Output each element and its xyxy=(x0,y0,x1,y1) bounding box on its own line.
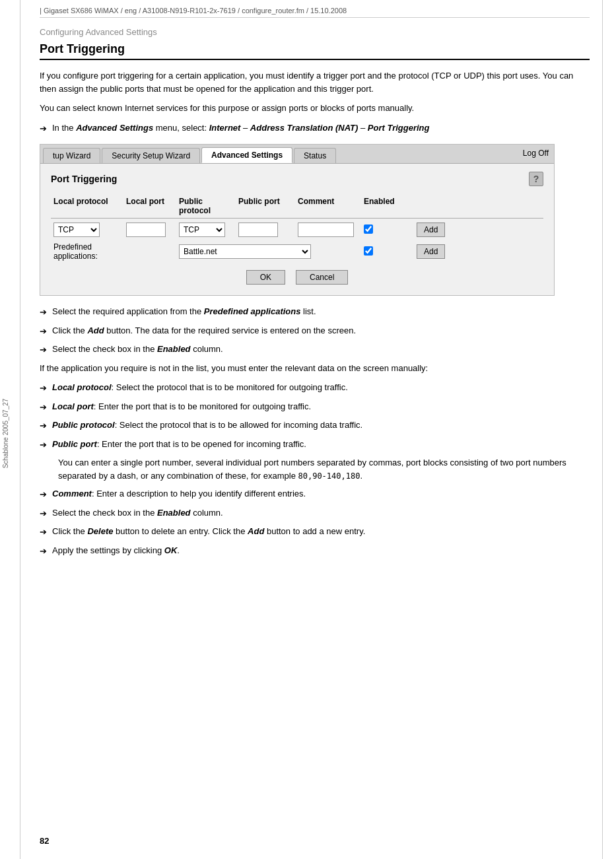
local-port-input[interactable] xyxy=(126,223,166,237)
predefined-add-cell: Add xyxy=(414,244,460,259)
top-bar: | Gigaset SX686 WiMAX / eng / A31008-N91… xyxy=(40,7,590,18)
manual-bullets: ➔ Local protocol: Select the protocol th… xyxy=(40,381,590,451)
tab-advanced-settings[interactable]: Advanced Settings xyxy=(201,147,292,163)
public-protocol-select[interactable]: TCP UDP xyxy=(179,223,225,237)
local-port-cell xyxy=(123,223,176,237)
add-btn-cell: Add xyxy=(414,223,460,237)
bullet-text-predefined: Select the required application from the… xyxy=(52,305,316,318)
col-header-local-protocol: Local protocol xyxy=(51,197,123,215)
tab-status[interactable]: Status xyxy=(294,148,336,163)
body-paragraph-1: If you configure port triggering for a c… xyxy=(40,69,590,95)
public-port-cell xyxy=(236,223,295,237)
ui-panel-header: Port Triggering ? xyxy=(51,172,543,186)
bullet-predefined-apps: ➔ Select the required application from t… xyxy=(40,305,590,319)
col-header-action xyxy=(414,197,460,215)
indent-paragraph: You can enter a single port number, seve… xyxy=(58,456,590,482)
page-heading: Port Triggering xyxy=(40,42,590,60)
public-protocol-cell: TCP UDP xyxy=(176,223,236,237)
public-port-input[interactable] xyxy=(238,223,278,237)
arrow-icon-6: ➔ xyxy=(40,401,47,414)
ok-cancel-row: OK Cancel xyxy=(51,270,543,285)
add-button-predefined[interactable]: Add xyxy=(417,244,445,259)
bullet-text-add: Click the Add button. The data for the r… xyxy=(52,324,356,337)
arrow-icon-8: ➔ xyxy=(40,438,47,452)
arrow-icon-2: ➔ xyxy=(40,306,47,319)
enabled-cell xyxy=(361,224,414,236)
col-header-public-port: Public port xyxy=(236,197,295,215)
bullet-public-port: ➔ Public port: Enter the port that is to… xyxy=(40,438,590,452)
bullet-text-local-protocol: Local protocol: Select the protocol that… xyxy=(52,381,348,394)
table-header-row: Local protocol Local port Public protoco… xyxy=(51,194,543,219)
bullet-text-delete-add: Click the Delete button to delete an ent… xyxy=(52,525,365,538)
arrow-icon-1: ➔ xyxy=(40,122,47,135)
page-number: 82 xyxy=(40,836,49,846)
side-label: Schablone 2005_07_27 xyxy=(2,398,9,468)
add-button-row1[interactable]: Add xyxy=(417,223,445,237)
predefined-enabled-cell xyxy=(361,246,414,258)
bullet-comment: ➔ Comment: Enter a description to help y… xyxy=(40,487,590,501)
ui-panel-content: Port Triggering ? Local protocol Local p… xyxy=(40,164,554,295)
instruction-nav: ➔ In the Advanced Settings menu, select:… xyxy=(40,121,590,135)
bullet-text-public-protocol: Public protocol: Select the protocol tha… xyxy=(52,419,362,432)
local-protocol-select[interactable]: TCP UDP xyxy=(53,223,100,237)
bullet-text-enabled: Select the check box in the Enabled colu… xyxy=(52,343,223,356)
logoff-button[interactable]: Log Off xyxy=(523,149,549,158)
predefined-label: Predefined applications: xyxy=(51,242,123,261)
arrow-icon-7: ➔ xyxy=(40,419,47,432)
ui-screenshot-box: tup Wizard Security Setup Wizard Advance… xyxy=(40,144,555,296)
indent-text-after: . xyxy=(360,471,362,481)
mono-example: 80,90-140,180 xyxy=(298,471,360,481)
bullet-text-comment: Comment: Enter a description to help you… xyxy=(52,487,306,500)
bullet-apply-ok: ➔ Apply the settings by clicking OK. xyxy=(40,544,590,558)
bullet-text-apply-ok: Apply the settings by clicking OK. xyxy=(52,544,180,557)
col-header-enabled: Enabled xyxy=(361,197,414,215)
ui-tab-bar: tup Wizard Security Setup Wizard Advance… xyxy=(40,145,554,164)
arrow-icon-12: ➔ xyxy=(40,545,47,558)
post-ui-bullets: ➔ Select the required application from t… xyxy=(40,305,590,357)
local-protocol-cell: TCP UDP xyxy=(51,223,123,237)
predefined-applications-select[interactable]: Battle.net FTP HTTP HTTPS IMAP POP3 SMTP xyxy=(179,244,311,259)
arrow-icon-9: ➔ xyxy=(40,488,47,501)
final-bullets: ➔ Comment: Enter a description to help y… xyxy=(40,487,590,557)
bullet-text-select-enabled: Select the check box in the Enabled colu… xyxy=(52,506,223,520)
arrow-icon-10: ➔ xyxy=(40,507,47,520)
section-title: Configuring Advanced Settings xyxy=(40,27,590,37)
cancel-button[interactable]: Cancel xyxy=(296,270,348,285)
bullet-text-public-port: Public port: Enter the port that is to b… xyxy=(52,438,306,451)
bullet-local-protocol: ➔ Local protocol: Select the protocol th… xyxy=(40,381,590,395)
tab-security-setup-wizard[interactable]: Security Setup Wizard xyxy=(102,148,200,163)
bullet-enabled-checkbox: ➔ Select the check box in the Enabled co… xyxy=(40,343,590,357)
bullet-local-port: ➔ Local port: Enter the port that is to … xyxy=(40,400,590,414)
arrow-icon-4: ➔ xyxy=(40,343,47,357)
help-button[interactable]: ? xyxy=(529,172,543,186)
predefined-enabled-checkbox[interactable] xyxy=(364,246,373,256)
comment-cell xyxy=(295,223,361,237)
instruction-text-1: In the Advanced Settings menu, select: I… xyxy=(52,121,429,135)
arrow-icon-3: ➔ xyxy=(40,325,47,338)
col-header-local-port: Local port xyxy=(123,197,176,215)
bullet-public-protocol: ➔ Public protocol: Select the protocol t… xyxy=(40,419,590,432)
predefined-row: Predefined applications: Battle.net FTP … xyxy=(51,242,543,261)
col-header-public-protocol: Public protocol xyxy=(176,197,236,215)
bullet-text-local-port: Local port: Enter the port that is to be… xyxy=(52,400,311,413)
manual-intro: If the application you require is not in… xyxy=(40,362,590,375)
predefined-select-cell: Battle.net FTP HTTP HTTPS IMAP POP3 SMTP xyxy=(176,244,361,259)
arrow-icon-11: ➔ xyxy=(40,526,47,539)
bullet-add-button: ➔ Click the Add button. The data for the… xyxy=(40,324,590,338)
form-row: TCP UDP TCP UDP xyxy=(51,223,543,237)
bullet-select-enabled: ➔ Select the check box in the Enabled co… xyxy=(40,506,590,520)
tab-setup-wizard[interactable]: tup Wizard xyxy=(43,148,100,163)
body-paragraph-2: You can select known Internet services f… xyxy=(40,102,590,115)
arrow-icon-5: ➔ xyxy=(40,382,47,395)
ok-button[interactable]: OK xyxy=(246,270,285,285)
enabled-checkbox[interactable] xyxy=(364,224,373,234)
ui-panel-title: Port Triggering xyxy=(51,174,117,184)
col-header-comment: Comment xyxy=(295,197,361,215)
bullet-delete-add: ➔ Click the Delete button to delete an e… xyxy=(40,525,590,539)
comment-input[interactable] xyxy=(298,223,354,237)
